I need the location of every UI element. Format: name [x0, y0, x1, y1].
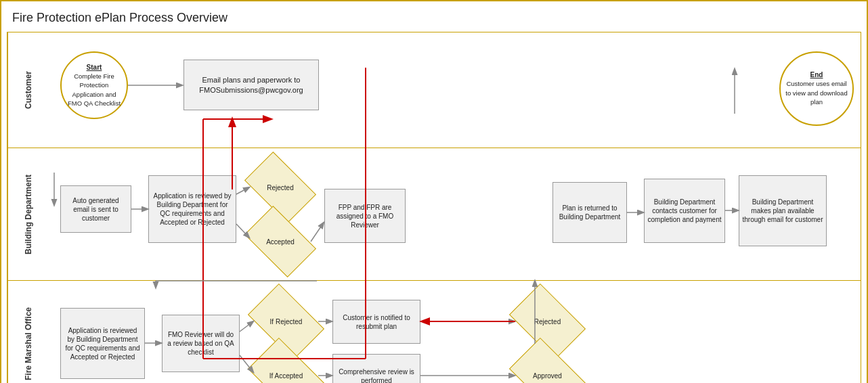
- lane-fire-marshal: Fire Marshal Office Application is revie…: [7, 281, 861, 383]
- makes-plan-box: Building Department makes plan available…: [739, 175, 827, 246]
- lane-customer: Customer Start Complete Fire Protection …: [7, 32, 861, 148]
- accepted-diamond-bd: Accepted: [250, 221, 311, 262]
- diagram-wrapper: Fire Protection ePlan Process Overview C…: [0, 0, 868, 383]
- lane-content-customer: Start Complete Fire Protection Applicati…: [48, 32, 861, 148]
- if-rejected-diamond: If Rejected: [254, 300, 318, 344]
- email-box: Email plans and paperwork to FMOSubmissi…: [183, 60, 319, 110]
- svg-line-2: [236, 187, 249, 194]
- diagram-title: Fire Protection ePlan Process Overview: [7, 7, 861, 32]
- lane-label-building: Building Department: [7, 148, 48, 280]
- lanes-container: Customer Start Complete Fire Protection …: [7, 32, 861, 383]
- lane-content-fire-marshal: Application is reviewed by Building Depa…: [48, 281, 861, 383]
- contacts-customer-box: Building Department contacts customer fo…: [644, 179, 725, 243]
- auto-email-box: Auto generated email is sent to customer: [60, 185, 131, 233]
- rejected-output-diamond: Rejected: [515, 300, 580, 344]
- fm-qc-review-box: Application is reviewed by Building Depa…: [60, 308, 145, 379]
- plan-returned-box: Plan is returned to Building Department: [552, 182, 627, 243]
- lane-label-customer: Customer: [7, 32, 48, 148]
- lane-label-fire-marshal: Fire Marshal Office: [7, 281, 48, 383]
- svg-line-8: [240, 321, 253, 332]
- start-oval: Start Complete Fire Protection Applicati…: [60, 51, 128, 119]
- comprehensive-box: Comprehensive review is performed: [332, 354, 420, 383]
- lane-content-building: Auto generated email is sent to customer…: [48, 148, 861, 280]
- customer-arrows: [48, 32, 861, 148]
- rejected-diamond-bd: Rejected: [250, 167, 311, 208]
- fpp-fpr-box: FPP and FPR are assigned to a FMO Review…: [324, 189, 406, 243]
- approved-output-diamond: Approved: [515, 354, 580, 383]
- if-accepted-diamond: If Accepted: [254, 354, 318, 383]
- qc-review-box: Application is reviewed by Building Depa…: [148, 175, 236, 243]
- lane-building: Building Department Auto generated email…: [7, 148, 861, 281]
- end-oval: End Customer uses email to view and down…: [779, 51, 854, 126]
- svg-line-4: [311, 223, 324, 242]
- fmo-reviewer-box: FMO Reviewer will do a review based on Q…: [162, 315, 240, 372]
- notify-resubmit-box: Customer is notified to resubmit plan: [332, 300, 420, 344]
